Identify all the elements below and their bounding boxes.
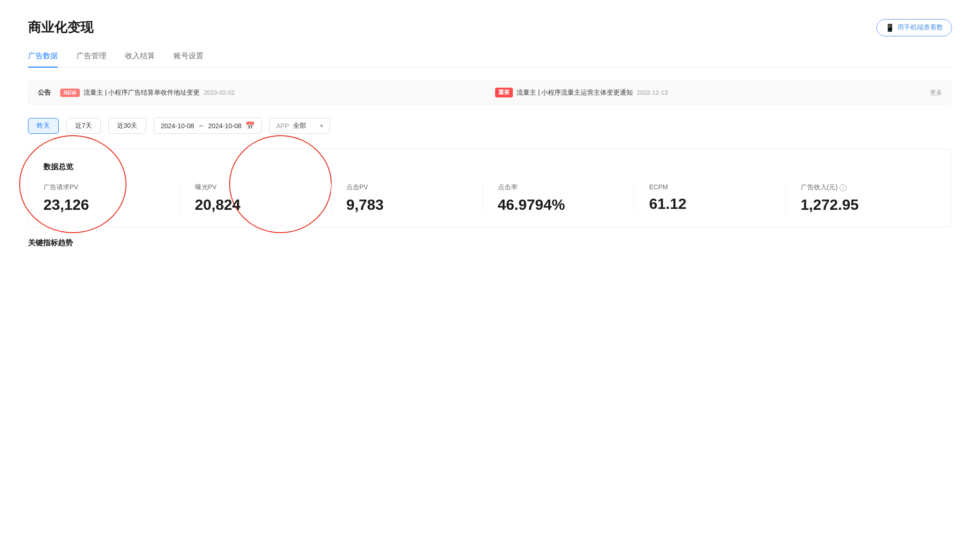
- stat-value-ctr: 46.9794%: [498, 196, 619, 214]
- badge-new-1: NEW: [60, 89, 80, 97]
- date-start: 2024-10-08: [161, 122, 194, 130]
- filter-7days[interactable]: 近7天: [66, 118, 101, 134]
- tab-ad-data[interactable]: 广告数据: [28, 51, 58, 68]
- trend-section-title: 关键指标趋势: [28, 238, 952, 248]
- stat-click: 点击PV 9,783: [331, 183, 483, 214]
- stat-value-ecpm: 61.12: [649, 195, 770, 213]
- tab-account[interactable]: 账号设置: [174, 51, 203, 68]
- stat-value-revenue: 1,272.95: [801, 196, 922, 214]
- header: 商业化变现 📱 用手机端查看数: [28, 19, 952, 36]
- stat-value-impression: 20,824: [195, 196, 316, 214]
- stat-ctr: 点击率 46.9794%: [483, 183, 635, 214]
- filter-30days[interactable]: 近30天: [108, 118, 147, 134]
- tab-income[interactable]: 收入结算: [125, 51, 155, 68]
- app-filter-prefix: APP: [276, 122, 289, 130]
- stat-ad-request: 广告请求PV 23,126: [43, 183, 180, 214]
- tab-ad-manage[interactable]: 广告管理: [77, 51, 106, 68]
- date-separator: ～: [198, 122, 204, 130]
- announcement-bar: 公告 NEW 流量主 | 小程序广告结算单收件地址变更 2023-02-02 重…: [28, 81, 952, 104]
- announcement-item-1: NEW 流量主 | 小程序广告结算单收件地址变更 2023-02-02: [60, 89, 486, 97]
- announcement-date-2: 2022-12-13: [637, 89, 668, 96]
- app-filter-value: 全部: [293, 122, 316, 130]
- calendar-icon: 📅: [245, 121, 255, 130]
- announcement-date-1: 2023-02-02: [203, 89, 235, 96]
- date-end: 2024-10-08: [208, 122, 242, 130]
- filters-row: 昨天 近7天 近30天 2024-10-08 ～ 2024-10-08 📅 AP…: [28, 117, 952, 134]
- mobile-icon: 📱: [885, 23, 895, 32]
- stats-section: 数据总览 广告请求PV 23,126 曝光PV 20,824 点击PV 9,78…: [28, 149, 952, 227]
- mobile-btn-label: 用手机端查看数: [897, 23, 943, 32]
- mobile-view-button[interactable]: 📱 用手机端查看数: [876, 19, 952, 36]
- stats-grid: 广告请求PV 23,126 曝光PV 20,824 点击PV 9,783 点击率: [43, 183, 937, 214]
- stat-label-ctr: 点击率: [498, 183, 619, 192]
- stat-revenue: 广告收入(元) i 1,272.95: [786, 183, 937, 214]
- app-filter-dropdown[interactable]: APP 全部 ▾: [269, 118, 330, 134]
- info-icon-revenue[interactable]: i: [840, 184, 847, 191]
- stat-label-ecpm: ECPM: [649, 183, 770, 191]
- announcement-label: 公告: [38, 89, 51, 97]
- stat-label-click: 点击PV: [346, 183, 468, 192]
- badge-important-2: 重要: [495, 88, 513, 97]
- chevron-down-icon: ▾: [320, 123, 323, 129]
- stats-section-title: 数据总览: [43, 162, 937, 172]
- stat-label-revenue: 广告收入(元) i: [801, 183, 922, 192]
- filter-yesterday[interactable]: 昨天: [28, 118, 59, 134]
- stat-value-ad-request: 23,126: [43, 196, 165, 214]
- stat-value-click: 9,783: [346, 196, 468, 214]
- announcement-more[interactable]: 更多: [930, 89, 942, 97]
- announcement-text-1[interactable]: 流量主 | 小程序广告结算单收件地址变更: [84, 89, 200, 97]
- stat-impression: 曝光PV 20,824: [180, 183, 332, 214]
- stat-label-ad-request: 广告请求PV: [43, 183, 165, 192]
- stat-ecpm: ECPM 61.12: [634, 183, 786, 214]
- date-range-picker[interactable]: 2024-10-08 ～ 2024-10-08 📅: [154, 117, 261, 134]
- stat-label-impression: 曝光PV: [195, 183, 316, 192]
- tabs-nav: 广告数据 广告管理 收入结算 账号设置: [28, 51, 952, 68]
- announcement-text-2[interactable]: 流量主 | 小程序流量主运营主体变更通知: [517, 89, 633, 97]
- announcement-item-2: 重要 流量主 | 小程序流量主运营主体变更通知 2022-12-13: [495, 88, 921, 97]
- page-title: 商业化变现: [28, 19, 93, 36]
